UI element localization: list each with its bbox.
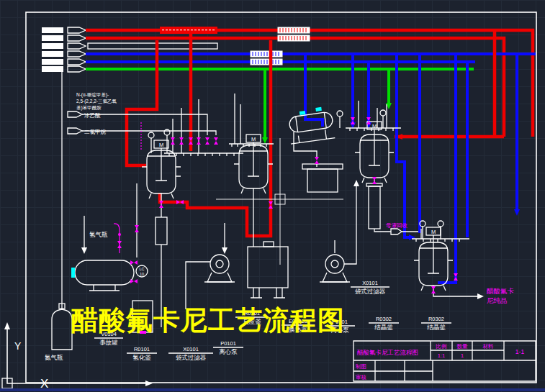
overlay-title: 醋酸氟卡尼工艺流程图: [71, 306, 345, 335]
feed-name-line2: 2,5-(2,2,2-三氟乙氧: [76, 99, 117, 104]
crosshair-cursor[interactable]: [216, 138, 343, 265]
material-label: 材料: [483, 343, 495, 350]
feed-name-line1: N-(α-哌啶甲基)-: [76, 92, 109, 98]
agitator-motor-label: M: [431, 229, 436, 235]
mother-liquor-flag: [391, 229, 402, 234]
hose-coupling-symbols: [251, 27, 310, 65]
product-label-line1: 醋酸氟卡: [487, 287, 515, 295]
tag-code: R0302: [376, 316, 392, 322]
tag-name: 事故罐: [99, 339, 118, 346]
hydrogen-cylinder-label: 氢气瓶: [89, 231, 108, 238]
ucs-y-label: Y: [14, 340, 22, 352]
checked-label: 审核: [356, 374, 367, 380]
tag-code: R0101: [134, 346, 150, 352]
feed-name-line3: 基)苯甲酰胺: [76, 105, 102, 111]
feed-callout-flags: [68, 111, 82, 134]
tag-name: 袋式过滤器: [355, 288, 386, 295]
tag-code: X0101: [362, 280, 378, 286]
tag-name: 氢化釜: [132, 354, 151, 361]
blue-pipes: [305, 54, 520, 283]
bag-filter-column: [366, 183, 382, 229]
instrument-bubbles: [148, 110, 386, 153]
scale-value: 1:1: [438, 352, 445, 359]
red-banner-label: [160, 27, 217, 34]
scale-label: 比例: [436, 343, 447, 350]
title-block: 醋酸氟卡尼工艺流程图 比例 1:1 数量 1 材料 1-1 制图 审核: [353, 341, 536, 381]
solvent-label: 二氯甲烷: [84, 129, 107, 135]
tag-code: X0101: [183, 346, 199, 352]
level-controller-tag: LC: [139, 267, 144, 271]
agitator-motor-label: M: [372, 123, 377, 129]
product-label-line2: 尼纯品: [487, 296, 508, 304]
qty-label: 数量: [457, 343, 469, 350]
tag-code: R0302: [428, 316, 444, 322]
pipe-header-legend: [42, 27, 536, 137]
rectangular-tank: [248, 242, 288, 298]
ucs-y-arrow: [4, 322, 10, 329]
receiver-tank: [302, 164, 343, 192]
cad-canvas: M M M M: [0, 0, 545, 392]
sheet-number: 1-1: [515, 348, 525, 355]
drafted-label: 制图: [355, 363, 366, 370]
tag-name: 结晶釜: [374, 324, 393, 331]
green-pipes: [262, 70, 392, 144]
tag-name: 结晶釜: [427, 324, 446, 331]
legend-arrow-flags: [68, 27, 86, 72]
pump-p0101-right: [320, 255, 350, 282]
titleblock-drawing-title: 醋酸氟卡尼工艺流程图: [357, 349, 418, 356]
agitator-motor-label: M: [251, 136, 256, 142]
reactor-r0301: M: [234, 135, 273, 193]
agitator-motor-label: M: [159, 142, 163, 148]
nitrogen-cylinder: [52, 304, 72, 350]
legend-tag-blocks: [42, 27, 63, 72]
reactor-r0302-upper: M: [355, 122, 394, 183]
tag-code: P0101: [220, 340, 236, 347]
mother-liquor-label: 母液回收: [386, 222, 408, 229]
bottom-strip: [0, 388, 545, 391]
tag-name: 离心泵: [219, 348, 238, 355]
nitrogen-cylinder-label: 氮气瓶: [45, 354, 63, 361]
pump-p0101-left: [204, 255, 235, 282]
reactor-r0101: M: [142, 140, 181, 199]
qty-value: 1: [461, 352, 464, 359]
acetic-acid-label: 冰乙酸: [84, 112, 101, 119]
ucs-x-arrow: [145, 380, 153, 386]
tag-name: 袋式过滤器: [176, 354, 207, 361]
pipe-white-header-3: [88, 43, 217, 49]
level-controller-num: 10: [140, 272, 144, 276]
